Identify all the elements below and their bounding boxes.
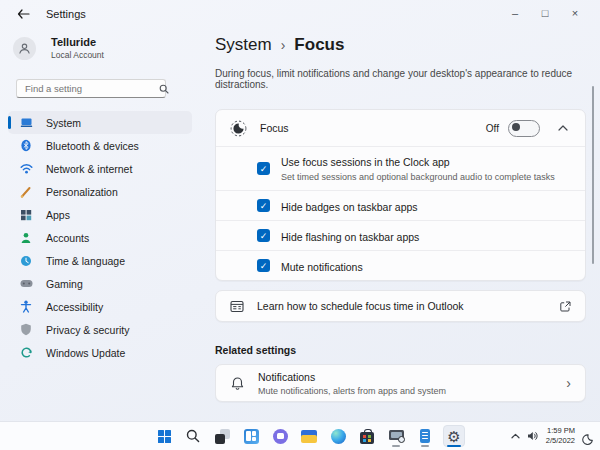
window-controls: – □ × xyxy=(500,0,590,26)
sidebar-nav: System Bluetooth & devices Network & int… xyxy=(0,111,200,364)
sidebar-item-label: Network & internet xyxy=(46,163,132,175)
document-app-icon[interactable] xyxy=(414,425,436,447)
checkbox-checked[interactable]: ✓ xyxy=(257,259,270,272)
focus-assist-moon-icon[interactable] xyxy=(582,431,593,442)
edge-icon[interactable] xyxy=(327,425,349,447)
sidebar: Telluride Local Account System Bluetooth… xyxy=(0,28,200,422)
gamepad-icon xyxy=(19,277,33,291)
main-content: System › Focus During focus, limit notif… xyxy=(200,28,600,422)
wifi-icon xyxy=(19,162,33,176)
sidebar-item-label: Time & language xyxy=(46,255,125,267)
avatar xyxy=(13,37,36,60)
sidebar-item-label: Accounts xyxy=(46,232,89,244)
sidebar-item-gaming[interactable]: Gaming xyxy=(8,272,192,295)
sidebar-item-label: Gaming xyxy=(46,278,83,290)
user-name: Telluride xyxy=(51,36,104,48)
window-title: Settings xyxy=(46,8,86,20)
system-tray: 1:59 PM 2/5/2022 xyxy=(511,422,593,450)
sidebar-item-time-language[interactable]: Time & language xyxy=(8,249,192,272)
option-label: Hide badges on taskbar apps xyxy=(281,201,418,213)
start-button-icon[interactable] xyxy=(153,425,175,447)
sidebar-item-accounts[interactable]: Accounts xyxy=(8,226,192,249)
notifications-subtitle: Mute notifications, alerts from apps and… xyxy=(258,386,566,396)
sidebar-item-personalization[interactable]: Personalization xyxy=(8,180,192,203)
volume-icon[interactable] xyxy=(527,431,539,441)
focus-header-row[interactable]: Focus Off xyxy=(216,110,585,146)
person-icon xyxy=(19,231,33,245)
chevron-up-icon[interactable] xyxy=(555,120,571,136)
chat-icon[interactable] xyxy=(269,425,291,447)
sidebar-item-apps[interactable]: Apps xyxy=(8,203,192,226)
user-account-type: Local Account xyxy=(51,50,104,60)
option-label: Mute notifications xyxy=(281,261,363,273)
tray-time: 1:59 PM xyxy=(546,426,575,436)
notifications-title: Notifications xyxy=(258,371,566,383)
brush-icon xyxy=(19,185,33,199)
search-taskbar-icon[interactable] xyxy=(182,425,204,447)
notifications-card[interactable]: Notifications Mute notifications, alerts… xyxy=(215,364,586,402)
focus-toggle[interactable] xyxy=(508,120,540,137)
clock-globe-icon xyxy=(19,254,33,268)
task-view-icon[interactable] xyxy=(211,425,233,447)
focus-option-row[interactable]: ✓ Hide badges on taskbar apps xyxy=(216,190,585,220)
back-arrow-icon[interactable] xyxy=(14,5,32,23)
sidebar-item-label: Privacy & security xyxy=(46,324,129,336)
page-title: Focus xyxy=(294,35,344,55)
clock[interactable]: 1:59 PM 2/5/2022 xyxy=(546,426,575,446)
sidebar-item-windows-update[interactable]: Windows Update xyxy=(8,341,192,364)
taskbar: ⚙ 1:59 PM 2/5/2022 xyxy=(0,421,600,450)
taskbar-icons: ⚙ xyxy=(153,425,465,447)
breadcrumb-separator: › xyxy=(281,37,286,53)
focus-card: Focus Off ✓ Use focus sessions in the Cl… xyxy=(215,109,586,281)
shield-icon xyxy=(19,323,33,337)
search-input[interactable] xyxy=(23,82,159,95)
option-label: Use focus sessions in the Clock app xyxy=(281,156,555,168)
focus-moon-icon xyxy=(230,120,247,137)
search-icon xyxy=(159,84,169,94)
search-box[interactable] xyxy=(16,79,166,98)
outlook-link-card[interactable]: Learn how to schedule focus time in Outl… xyxy=(215,290,586,322)
sidebar-item-label: Bluetooth & devices xyxy=(46,140,139,152)
settings-gear-icon[interactable]: ⚙ xyxy=(443,425,465,447)
focus-title: Focus xyxy=(260,122,486,134)
apps-grid-icon xyxy=(19,208,33,222)
sidebar-item-label: Personalization xyxy=(46,186,118,198)
focus-option-row[interactable]: ✓ Use focus sessions in the Clock app Se… xyxy=(216,146,585,190)
sidebar-item-label: Windows Update xyxy=(46,347,125,359)
user-account-row[interactable]: Telluride Local Account xyxy=(13,36,200,60)
tray-chevron-up-icon[interactable] xyxy=(511,433,520,439)
related-settings-heading: Related settings xyxy=(215,344,586,356)
scrollbar[interactable] xyxy=(592,86,595,264)
tray-date: 2/5/2022 xyxy=(546,436,575,446)
checkbox-checked[interactable]: ✓ xyxy=(257,199,270,212)
sidebar-item-system[interactable]: System xyxy=(8,111,192,134)
sidebar-item-privacy[interactable]: Privacy & security xyxy=(8,318,192,341)
file-explorer-icon[interactable] xyxy=(298,425,320,447)
microsoft-store-icon[interactable] xyxy=(356,425,378,447)
sidebar-item-bluetooth[interactable]: Bluetooth & devices xyxy=(8,134,192,157)
focus-option-row[interactable]: ✓ Hide flashing on taskbar apps xyxy=(216,220,585,250)
accessibility-icon xyxy=(19,300,33,314)
titlebar: Settings – □ × xyxy=(0,0,600,28)
widgets-icon[interactable] xyxy=(240,425,262,447)
breadcrumb-system[interactable]: System xyxy=(215,35,272,55)
maximize-button[interactable]: □ xyxy=(530,0,560,26)
sidebar-item-label: Apps xyxy=(46,209,70,221)
update-arrows-icon xyxy=(19,346,33,360)
breadcrumb: System › Focus xyxy=(215,35,586,55)
monitor-app-icon[interactable] xyxy=(385,425,407,447)
checkbox-checked[interactable]: ✓ xyxy=(257,229,270,242)
focus-option-row[interactable]: ✓ Mute notifications xyxy=(216,250,585,280)
checkbox-checked[interactable]: ✓ xyxy=(257,162,270,175)
sidebar-item-label: System xyxy=(46,117,81,129)
system-icon xyxy=(19,116,33,130)
close-button[interactable]: × xyxy=(560,0,590,26)
page-description: During focus, limit notifications and ch… xyxy=(215,68,586,90)
sidebar-item-accessibility[interactable]: Accessibility xyxy=(8,295,192,318)
outlook-link-label: Learn how to schedule focus time in Outl… xyxy=(257,300,560,312)
external-link-icon xyxy=(560,301,571,312)
chevron-right-icon: › xyxy=(566,375,571,391)
option-sublabel: Set timed sessions and optional backgrou… xyxy=(281,172,555,182)
minimize-button[interactable]: – xyxy=(500,0,530,26)
sidebar-item-network[interactable]: Network & internet xyxy=(8,157,192,180)
